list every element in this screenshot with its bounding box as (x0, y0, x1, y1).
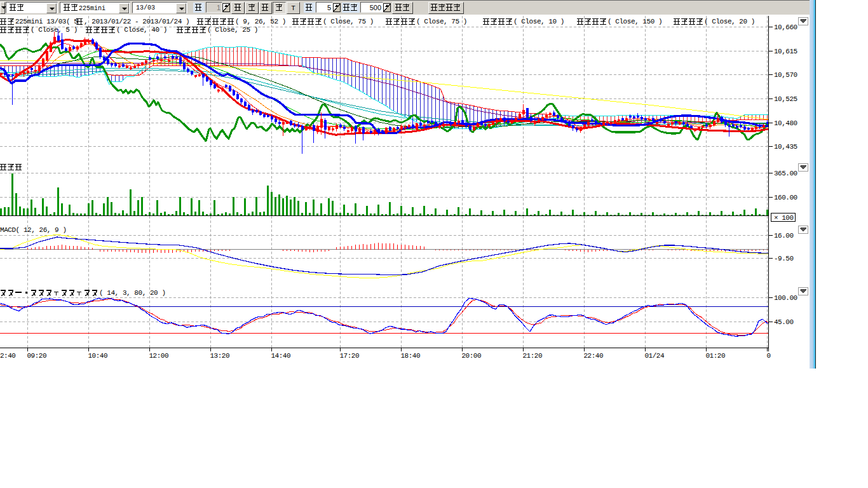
svg-text:( Close, 75 ): ( Close, 75 ) (416, 18, 467, 25)
svg-text:365.00: 365.00 (774, 170, 797, 177)
svg-text:, 2013/01/22 - 2013/01/24 ): , 2013/01/22 - 2013/01/24 ) (84, 18, 189, 25)
svg-text:160.00: 160.00 (774, 194, 797, 201)
svg-text:45.00: 45.00 (774, 318, 794, 326)
svg-text:-9.50: -9.50 (774, 255, 794, 262)
svg-text:MACD( 12, 26, 9 ): MACD( 12, 26, 9 ) (0, 226, 67, 234)
svg-text:16.00: 16.00 (774, 232, 794, 240)
svg-text:10,660: 10,660 (774, 24, 797, 31)
svg-text:21:20: 21:20 (523, 352, 543, 360)
svg-text:( Close, 5 ): ( Close, 5 ) (31, 26, 78, 34)
svg-text:01:20: 01:20 (706, 352, 726, 360)
svg-text:22:40: 22:40 (584, 352, 604, 360)
svg-text:17:20: 17:20 (340, 352, 360, 360)
svg-text:14:40: 14:40 (271, 352, 291, 360)
svg-text:20:00: 20:00 (462, 352, 482, 360)
svg-text:12:00: 12:00 (149, 352, 169, 360)
svg-text:( 9, 26, 52 ): ( 9, 26, 52 ) (235, 18, 286, 25)
svg-text:10:40: 10:40 (88, 352, 108, 360)
svg-text:( Close, 10 ): ( Close, 10 ) (513, 18, 564, 25)
svg-text:10,435: 10,435 (774, 143, 797, 151)
svg-text:( Close, 25 ): ( Close, 25 ) (207, 26, 258, 34)
svg-text:( Close, 150 ): ( Close, 150 ) (607, 18, 662, 25)
svg-text:0: 0 (767, 352, 771, 360)
svg-text:100.00: 100.00 (774, 294, 797, 302)
svg-text:10,570: 10,570 (774, 71, 797, 79)
svg-text:10,480: 10,480 (774, 119, 797, 127)
svg-text:2:40: 2:40 (0, 352, 15, 360)
svg-text:18:40: 18:40 (401, 352, 421, 360)
svg-text:( Close, 40 ): ( Close, 40 ) (116, 26, 167, 34)
svg-text:( Close, 75 ): ( Close, 75 ) (323, 18, 374, 25)
svg-text:10,525: 10,525 (774, 95, 797, 103)
svg-text:( Close, 20 ): ( Close, 20 ) (704, 18, 755, 25)
svg-text:( 14, 3, 80, 20 ): ( 14, 3, 80, 20 ) (99, 289, 166, 297)
svg-text:13:20: 13:20 (210, 352, 230, 360)
svg-text:09:20: 09:20 (27, 352, 47, 360)
svg-text:01/24: 01/24 (645, 352, 665, 360)
svg-text:10,615: 10,615 (774, 48, 797, 55)
svg-text:225mini 13/03( 5: 225mini 13/03( 5 (15, 18, 78, 25)
svg-text:× 100: × 100 (774, 214, 794, 222)
